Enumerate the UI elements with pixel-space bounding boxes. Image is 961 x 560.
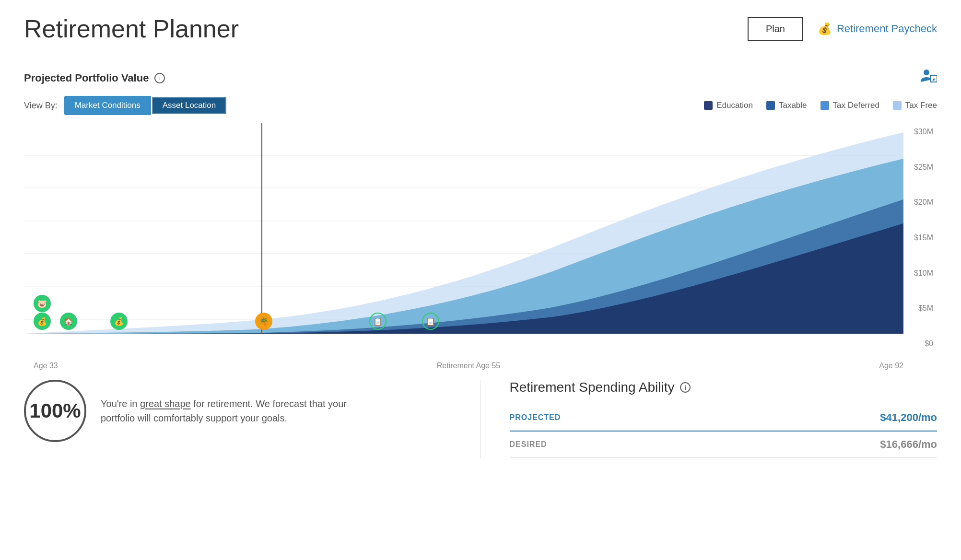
spending-value-desired: $16,666/mo — [880, 438, 937, 451]
spending-title: Retirement Spending Ability — [510, 380, 675, 395]
chart-icon-6[interactable]: 📋 — [422, 313, 439, 330]
y-label-3: $15M — [903, 233, 937, 242]
y-label-2: $10M — [903, 269, 937, 278]
section-header: Projected Portfolio Value i — [24, 68, 937, 88]
page-title: Retirement Planner — [24, 14, 239, 43]
spending-label-desired: DESIRED — [510, 440, 547, 449]
legend-tax-deferred: Tax Deferred — [820, 101, 879, 110]
header-actions: Plan 💰 Retirement Paycheck — [748, 17, 937, 41]
spending-row-desired: DESIRED $16,666/mo — [510, 432, 938, 458]
x-axis: Age 33 Retirement Age 55 Age 92 — [24, 358, 937, 370]
view-by-left: View By: Market Conditions Asset Locatio… — [24, 96, 227, 115]
spending-row-projected: PROJECTED $41,200/mo — [510, 405, 938, 432]
view-by-row: View By: Market Conditions Asset Locatio… — [24, 96, 937, 115]
svg-point-0 — [924, 70, 929, 75]
chart-icon-1[interactable]: 🐷 — [34, 295, 51, 312]
portfolio-section: Projected Portfolio Value i View By: Mar… — [24, 68, 937, 370]
header: Retirement Planner Plan 💰 Retirement Pay… — [24, 14, 937, 53]
person-edit-icon[interactable] — [920, 68, 937, 88]
chart-icons: 🐷 💰 🏠 💰 🌴 📋 📋 — [34, 310, 903, 334]
view-by-tabs: Market Conditions Asset Location — [64, 96, 228, 115]
y-axis: $0 $5M $10M $15M $20M $25M $30M — [903, 123, 937, 353]
y-label-4: $20M — [903, 198, 937, 207]
spending-title-row: Retirement Spending Ability i — [510, 380, 938, 395]
paycheck-icon: 💰 — [818, 22, 832, 35]
legend-tax-free: Tax Free — [893, 101, 937, 110]
legend-dot-education — [704, 101, 713, 110]
portfolio-section-title: Projected Portfolio Value — [24, 72, 149, 84]
chart-icon-5[interactable]: 📋 — [369, 313, 387, 330]
plan-button[interactable]: Plan — [748, 17, 803, 41]
legend-label-tax-free: Tax Free — [905, 101, 937, 110]
legend-label-tax-deferred: Tax Deferred — [833, 101, 879, 110]
score-description: You're in great shape for retirement. We… — [101, 397, 350, 425]
x-label-left: Age 33 — [34, 362, 58, 370]
x-label-center: Retirement Age 55 — [437, 362, 501, 370]
spending-section: Retirement Spending Ability i PROJECTED … — [480, 380, 938, 458]
score-circle: 100% — [24, 380, 86, 442]
chart-icon-4[interactable]: 💰 — [110, 313, 128, 330]
score-value: 100% — [29, 399, 81, 422]
page-container: Retirement Planner Plan 💰 Retirement Pay… — [0, 0, 961, 472]
legend-dot-taxable — [766, 101, 775, 110]
bottom-section: 100% You're in great shape for retiremen… — [24, 380, 937, 458]
y-label-6: $30M — [903, 128, 937, 136]
legend-education: Education — [704, 101, 753, 110]
tab-market-conditions[interactable]: Market Conditions — [64, 96, 151, 115]
chart-icon-retirement[interactable]: 🌴 — [255, 313, 272, 330]
tab-asset-location[interactable]: Asset Location — [151, 96, 228, 115]
x-label-right: Age 92 — [879, 362, 903, 370]
portfolio-info-icon[interactable]: i — [154, 73, 165, 83]
legend-label-education: Education — [716, 101, 753, 110]
paycheck-link-text: Retirement Paycheck — [837, 23, 937, 35]
paycheck-link[interactable]: 💰 Retirement Paycheck — [818, 22, 937, 35]
chart-icon-3[interactable]: 🏠 — [60, 313, 77, 330]
score-desc-emphasis: great shape — [140, 398, 191, 409]
y-label-5: $25M — [903, 163, 937, 172]
section-title-row: Projected Portfolio Value i — [24, 72, 165, 84]
chart-icon-2[interactable]: 💰 — [34, 313, 51, 330]
legend-dot-tax-deferred — [820, 101, 829, 110]
score-section: 100% You're in great shape for retiremen… — [24, 380, 452, 442]
spending-label-projected: PROJECTED — [510, 413, 561, 422]
view-by-label: View By: — [24, 101, 58, 111]
y-label-1: $5M — [903, 304, 937, 313]
legend-taxable: Taxable — [766, 101, 807, 110]
legend-label-taxable: Taxable — [779, 101, 807, 110]
spending-value-projected: $41,200/mo — [880, 411, 937, 424]
y-label-0: $0 — [903, 339, 937, 348]
chart-legend: Education Taxable Tax Deferred Tax Free — [704, 101, 937, 110]
legend-dot-tax-free — [893, 101, 902, 110]
score-desc-pre: You're in — [101, 398, 140, 409]
portfolio-chart: 🐷 💰 🏠 💰 🌴 📋 📋 $0 $5M $10M $15M $20M $25M… — [24, 123, 937, 353]
spending-info-icon[interactable]: i — [680, 382, 691, 393]
